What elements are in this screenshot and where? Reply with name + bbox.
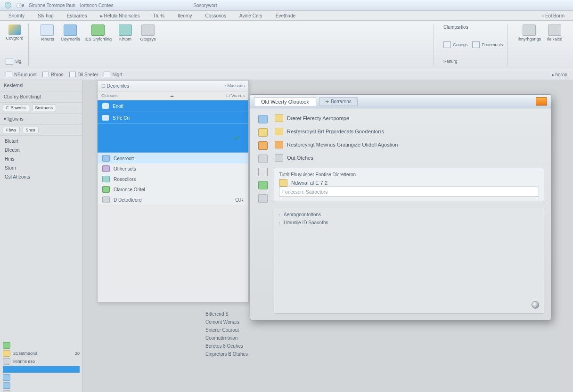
title-segment: Slruhne Torornce Ihun [29, 3, 75, 8]
menu-item[interactable]: Sty hog [38, 13, 54, 18]
bg-list-item[interactable]: Boretes 8 Ocuhes [205, 343, 328, 349]
ribbon-button[interactable]: Ihnyrhgongs [517, 24, 541, 41]
shortcut-item[interactable] [3, 382, 80, 389]
bg-list-item[interactable]: Coomuttrntnion [205, 335, 328, 341]
dialog-tab-active[interactable]: Old Weerty Oloutook [254, 97, 316, 106]
ribbon-group: Covgrord Sig [5, 24, 29, 66]
list-item[interactable]: Roeocliors [98, 174, 248, 184]
nav-subtab[interactable]: Fbws [3, 127, 20, 133]
panel-icon [548, 24, 561, 36]
panel-item[interactable]: Llmusile ID Soaunths [279, 220, 539, 225]
shortcut-item[interactable] [3, 390, 80, 392]
dialog-option[interactable]: Dreret Flerecty Aeropompe [274, 113, 544, 123]
home-icon[interactable] [258, 115, 268, 123]
ribbon-button[interactable]: Tehurts [38, 24, 56, 41]
quickbar-item[interactable]: ▸ horon [552, 72, 567, 77]
ribbon-button[interactable]: Gtogsys [139, 24, 157, 41]
menu-item[interactable]: Iteorny [178, 13, 192, 18]
list-item[interactable]: Enotl [98, 100, 248, 112]
shortcut-item[interactable]: Minnns eso [3, 358, 80, 365]
close-button[interactable] [536, 97, 547, 106]
bg-list-item[interactable]: Einpretors B Otuhes [205, 351, 328, 357]
quickbar-item[interactable]: Dil Sneter [69, 72, 98, 77]
item-icon [102, 165, 110, 172]
folder-icon[interactable] [258, 128, 268, 137]
dialog-tab[interactable]: ➔Borrarnns [319, 97, 358, 106]
doc-icon [279, 222, 280, 223]
nav-item[interactable]: Dfectnt [3, 147, 80, 154]
dialog-option[interactable]: Restercyngt Mewnus Gratingize Ofidell Ag… [274, 139, 544, 150]
chevron-down-icon[interactable] [258, 168, 268, 176]
bg-list-item[interactable]: Snterer Coarout [205, 327, 328, 333]
nav-shortcuts: 2Csatmeond20 Minnns eso [0, 339, 82, 392]
ribbon-button[interactable]: Covgrord [6, 24, 24, 41]
chat-icon [141, 24, 155, 36]
panel-item[interactable]: Aeorogoontottons [279, 212, 539, 217]
menu-item[interactable]: Evethnde [276, 13, 295, 18]
dialog-option[interactable]: Restersroyst Brt Prgordecats Goortentorr… [274, 126, 544, 137]
folder-icon [279, 179, 287, 187]
resize-grip-icon[interactable] [532, 301, 539, 309]
list-item[interactable]: S Ife Cn [98, 112, 248, 124]
quickbar-item[interactable]: Nigrt [104, 72, 122, 77]
list-item[interactable]: Claronce Oritel [98, 184, 248, 195]
quickbar-item[interactable]: NBrunuont [6, 72, 37, 77]
text-input[interactable]: Fonecsorr. Satroetors [279, 187, 539, 197]
nav-item[interactable]: Storn [3, 164, 80, 172]
menu-bar: Snomfy Sty hog Estoarres ▸ Refula Nhorsc… [0, 11, 573, 21]
shortcut-item[interactable]: 2Csatmeond20 [3, 350, 80, 357]
menu-item[interactable]: Tlurls [153, 13, 164, 18]
check-icon[interactable] [258, 181, 268, 189]
nav-tab[interactable]: Smitoons [32, 105, 57, 111]
card-icon [119, 24, 132, 36]
list-icon[interactable] [258, 194, 268, 203]
ribbon-button[interactable]: IES Sryfortiing [85, 24, 112, 41]
menu-item[interactable]: Snomfy [8, 13, 25, 18]
menu-item[interactable]: Cossorios [205, 13, 226, 18]
title-bar: 🕑e Slruhne Torornce Ihun Iortsoon Contes… [0, 0, 573, 11]
folder-icon [3, 374, 10, 381]
list-item[interactable]: Censroott [98, 153, 248, 163]
ribbon-small-button[interactable]: Foonmnnts [472, 41, 503, 49]
dialog-option[interactable]: Out Otches [274, 153, 544, 163]
frame-line: Ndwnal al E 7 2 [291, 180, 327, 186]
ribbon-button[interactable]: Khtom [116, 24, 134, 41]
selected-list: Enotl S Ife Cn ✔ [98, 100, 248, 153]
quickbar-item[interactable]: Rhros [42, 72, 64, 77]
menu-item[interactable]: ▸ Refula Nhorscles [100, 13, 140, 18]
doc-icon [279, 214, 280, 215]
list-item[interactable]: D DetodteordO.R [98, 195, 248, 205]
ribbon-button[interactable]: Coyrnorils [61, 24, 80, 41]
folder-icon [3, 382, 10, 389]
nav-subtab[interactable]: Shca [23, 127, 39, 133]
folder-icon [3, 342, 10, 349]
nav-item[interactable]: Gsl Aheonts [3, 173, 80, 180]
menu-item[interactable]: Estoarres [67, 13, 87, 18]
nav-tab[interactable]: F. Bowrtits [3, 105, 29, 111]
shortcut-item[interactable] [3, 374, 80, 381]
shortcut-item[interactable] [3, 366, 80, 373]
dialog-titlebar[interactable]: Old Weerty Oloutook ➔Borrarnns [250, 95, 551, 108]
folder-icon [275, 128, 283, 135]
settings-icon[interactable] [258, 141, 268, 150]
title-segment: Iortsoon Contes [80, 3, 114, 8]
dialog-body: Dreret Flerecty Aeropompe Restersroyst B… [250, 108, 551, 320]
navigation-pane: Keslernsl Cbumy Bonchingl F. Bowrtits Sm… [0, 80, 83, 392]
list-spacer: ✔ [98, 124, 248, 153]
item-icon [102, 155, 110, 162]
nav-section-header: Cbumy Bonchingl [0, 91, 82, 103]
menu-item[interactable]: Avine Cery [239, 13, 262, 18]
item-icon [102, 103, 109, 109]
clipboard-icon[interactable] [258, 155, 268, 163]
ribbon-small-button[interactable]: Gonegs [443, 41, 468, 49]
dialog-lower-panel: Aeorogoontottons Llmusile ID Soaunths [274, 207, 544, 314]
nav-tree-header[interactable]: ▾ Igjowns [0, 114, 82, 125]
nav-item[interactable]: Hms [3, 155, 80, 163]
shortcut-item[interactable] [3, 342, 80, 349]
ribbon-button[interactable]: IleRaicd [546, 24, 564, 41]
document-icon [41, 24, 54, 36]
nav-item[interactable]: Bleturt [3, 138, 80, 145]
list-panel: ☐ Deorchiles ▫ Massrats Clcloons ☁ ☐ Voa… [97, 80, 249, 302]
menu-item[interactable]: ▫ Eol Borm [542, 13, 565, 18]
list-item[interactable]: Otihensets [98, 163, 248, 174]
